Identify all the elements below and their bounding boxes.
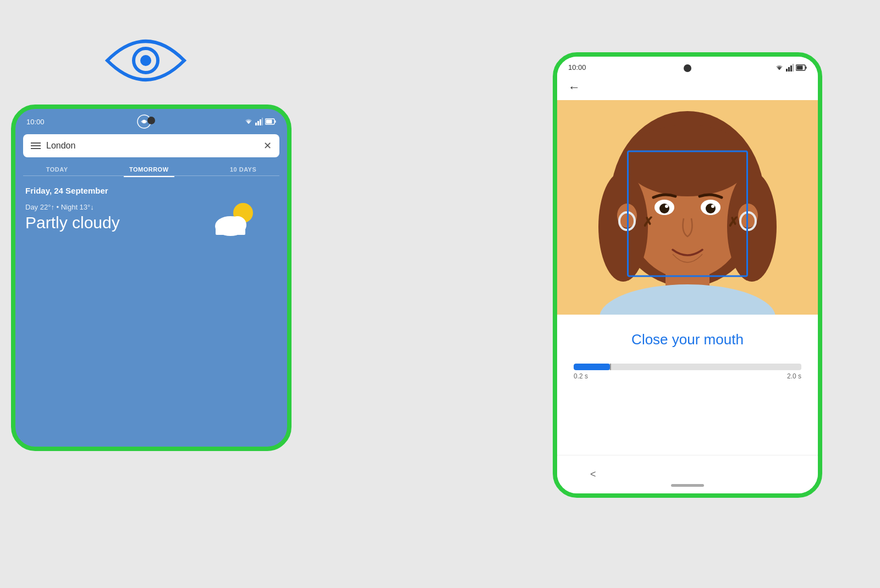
svg-rect-21 — [806, 67, 807, 69]
svg-rect-18 — [790, 65, 792, 72]
left-time: 10:00 — [26, 118, 45, 126]
progress-current: 0.2 s — [574, 372, 588, 380]
city-text: London — [46, 141, 258, 151]
progress-total: 2.0 s — [787, 372, 801, 380]
bottom-nav: < — [557, 455, 818, 493]
weather-date: Friday, 24 September — [25, 186, 277, 195]
right-signal-icon — [786, 64, 794, 72]
progress-fill — [574, 364, 610, 370]
progress-labels: 0.2 s 2.0 s — [574, 372, 801, 380]
face-area: ✗ ✗ — [557, 100, 818, 315]
eye-icon-container — [102, 33, 190, 88]
progress-track — [574, 364, 801, 370]
close-button[interactable]: ✕ — [263, 140, 272, 152]
right-phone: 10:00 — [553, 52, 822, 498]
right-time: 10:00 — [568, 63, 586, 72]
nav-back-button[interactable]: < — [590, 469, 596, 480]
progress-divider — [610, 364, 611, 370]
white-section: Close your mouth 0.2 s 2.0 s — [557, 315, 818, 394]
right-battery-icon — [796, 64, 807, 71]
tab-today[interactable]: TODAY — [41, 163, 74, 176]
svg-rect-5 — [257, 121, 259, 125]
back-arrow[interactable]: ← — [568, 80, 580, 94]
left-phone-screen: 10:00 — [11, 105, 292, 451]
svg-rect-15 — [216, 225, 245, 235]
svg-rect-19 — [793, 64, 794, 72]
svg-rect-6 — [260, 119, 261, 125]
svg-rect-17 — [788, 67, 790, 72]
status-icons — [244, 118, 276, 125]
face-detection-rect — [627, 151, 748, 277]
search-bar[interactable]: London ✕ — [23, 134, 279, 157]
right-phone-screen: 10:00 — [553, 52, 822, 498]
notch — [147, 117, 155, 124]
tab-tomorrow[interactable]: TOMORROW — [124, 163, 174, 176]
svg-rect-10 — [266, 120, 272, 124]
svg-point-1 — [140, 55, 151, 66]
left-phone: 10:00 — [11, 105, 292, 451]
hamburger-menu[interactable] — [31, 142, 41, 149]
weather-desc: Partly cloudy — [25, 213, 120, 232]
right-status-icons — [775, 64, 807, 72]
eye-icon — [102, 33, 190, 88]
instruction-text: Close your mouth — [574, 331, 801, 348]
tab-10days[interactable]: 10 DAYS — [224, 163, 262, 176]
svg-rect-16 — [786, 69, 788, 72]
svg-rect-4 — [255, 123, 257, 125]
svg-rect-22 — [797, 65, 803, 69]
svg-point-3 — [142, 120, 146, 123]
weather-tabs: TODAY TOMORROW 10 DAYS — [15, 157, 287, 176]
progress-container: 0.2 s 2.0 s — [574, 364, 801, 380]
weather-icon-partly-cloudy — [211, 197, 261, 244]
svg-rect-7 — [262, 118, 263, 125]
battery-icon — [265, 118, 276, 125]
signal-icon — [255, 118, 263, 125]
svg-rect-9 — [274, 120, 276, 123]
right-wifi-icon — [775, 64, 784, 72]
back-bar[interactable]: ← — [557, 75, 818, 100]
weather-content: Friday, 24 September Day 22°↑ • Night 13… — [15, 176, 287, 242]
right-notch — [684, 64, 691, 72]
weather-icon-row: Day 22°↑ • Night 13°↓ Partly cloudy — [25, 203, 277, 232]
tab-divider — [23, 175, 279, 176]
home-indicator[interactable] — [671, 484, 704, 487]
wifi-icon — [244, 118, 253, 125]
weather-temp: Day 22°↑ • Night 13°↓ — [25, 203, 120, 211]
